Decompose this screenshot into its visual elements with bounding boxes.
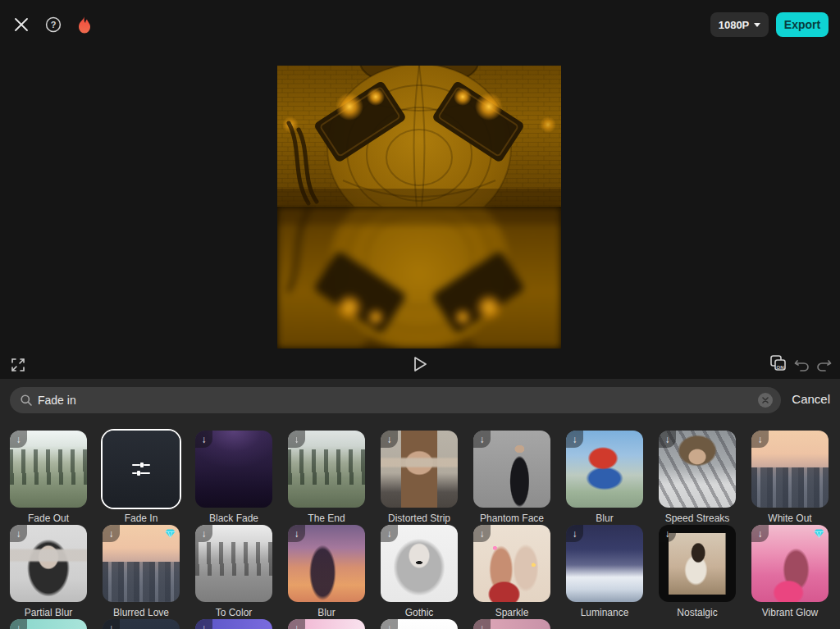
redo-icon xyxy=(816,358,833,372)
clear-search-button[interactable] xyxy=(758,393,773,408)
effect-card-the-end[interactable]: ↓ The End xyxy=(288,431,365,525)
effect-card-vibrant-glow[interactable]: ↓ Vibrant Glow xyxy=(751,525,829,619)
effect-thumbnail[interactable]: ↓ xyxy=(381,525,458,602)
effect-thumbnail[interactable]: ↓ xyxy=(10,525,87,602)
effect-thumbnail[interactable]: ↓ xyxy=(10,619,87,629)
effect-label: Fade In xyxy=(103,513,180,524)
effect-label: Sparkle xyxy=(473,607,550,618)
search-input[interactable] xyxy=(33,394,758,407)
effect-card-blur[interactable]: ↓ Blur xyxy=(288,525,365,619)
effect-label: Black Fade xyxy=(195,513,272,524)
effect-thumbnail[interactable]: ↓ xyxy=(103,525,180,602)
undo-button[interactable] xyxy=(791,354,812,376)
effect-thumbnail[interactable]: ↓ xyxy=(195,619,272,629)
cancel-search-button[interactable]: Cancel xyxy=(792,392,830,406)
clear-icon xyxy=(761,396,769,404)
effect-card-r3-4[interactable]: ↓ xyxy=(288,619,365,629)
effect-card-to-color[interactable]: ↓ To Color xyxy=(195,525,272,619)
effect-card-nostalgic[interactable]: ↓ Nostalgic xyxy=(659,525,736,619)
search-box[interactable] xyxy=(10,387,781,413)
video-preview xyxy=(277,66,561,349)
export-button[interactable]: Export xyxy=(776,12,829,37)
effect-thumbnail[interactable]: ↓ xyxy=(288,619,365,629)
close-icon xyxy=(14,17,29,32)
video-editor-app: ? 1080P Export xyxy=(0,0,840,629)
effect-card-fade-out[interactable]: ↓ Fade Out xyxy=(10,431,87,525)
effect-card-partial-blur[interactable]: ↓ Partial Blur xyxy=(10,525,87,619)
search-icon xyxy=(20,394,33,407)
effect-card-r3-3[interactable]: ↓ xyxy=(195,619,272,629)
download-icon: ↓ xyxy=(751,525,769,542)
effect-label: Blurred Love xyxy=(103,607,180,618)
effect-thumbnail[interactable]: ↓ xyxy=(381,619,458,629)
download-icon: ↓ xyxy=(288,619,305,629)
effect-thumbnail[interactable]: ↓ xyxy=(473,525,550,602)
effect-thumbnail[interactable]: ↓ xyxy=(195,525,272,602)
effect-thumbnail[interactable]: ↓ xyxy=(381,431,458,508)
download-icon: ↓ xyxy=(10,619,27,629)
effect-thumbnail[interactable]: ↓ xyxy=(566,525,643,602)
effect-card-black-fade[interactable]: ↓ Black Fade xyxy=(195,431,272,525)
preview-frame-mirrored xyxy=(277,207,561,349)
resolution-dropdown[interactable]: 1080P xyxy=(710,12,769,37)
chevron-down-icon xyxy=(754,23,760,27)
resolution-label: 1080P xyxy=(719,19,750,31)
play-button[interactable] xyxy=(409,353,431,375)
undo-icon xyxy=(793,358,810,372)
promo-button[interactable] xyxy=(75,16,94,34)
compare-toggle-button[interactable]: ON xyxy=(768,353,789,374)
download-icon: ↓ xyxy=(288,525,305,542)
effect-label: Nostalgic xyxy=(659,607,736,618)
effect-thumbnail[interactable]: ↓ xyxy=(473,619,550,629)
effect-card-r3-1[interactable]: ↓ xyxy=(10,619,87,629)
download-icon: ↓ xyxy=(381,525,398,542)
effect-card-blurred-love[interactable]: ↓ Blurred Love xyxy=(103,525,180,619)
effect-thumbnail[interactable] xyxy=(103,431,180,508)
effect-card-luminance[interactable]: ↓ Luminance xyxy=(566,525,643,619)
effect-card-phantom-face[interactable]: ↓ Phantom Face xyxy=(473,431,550,525)
effect-thumbnail[interactable]: ↓ xyxy=(751,431,829,508)
effect-thumbnail[interactable]: ↓ xyxy=(103,619,180,629)
redo-button[interactable] xyxy=(814,354,835,376)
effect-thumbnail[interactable]: ↓ xyxy=(288,525,365,602)
play-icon xyxy=(412,355,428,373)
effect-thumbnail[interactable]: ↓ xyxy=(751,525,829,602)
help-button[interactable]: ? xyxy=(44,16,62,34)
effect-thumbnail[interactable]: ↓ xyxy=(288,431,365,508)
fullscreen-button[interactable] xyxy=(7,354,29,376)
effect-card-speed-streaks[interactable]: ↓ Speed Streaks xyxy=(659,431,736,525)
download-icon: ↓ xyxy=(566,525,583,542)
download-icon: ↓ xyxy=(751,431,769,448)
effect-card-white-out[interactable]: ↓ White Out xyxy=(751,431,829,525)
question-icon: ? xyxy=(45,16,62,33)
effect-card-fade-in[interactable]: Fade In xyxy=(103,431,180,525)
transport-bar: ON xyxy=(0,353,840,376)
download-icon: ↓ xyxy=(659,431,676,448)
svg-text:ON: ON xyxy=(777,365,784,370)
effect-thumbnail[interactable]: ↓ xyxy=(659,431,736,508)
effect-thumbnail[interactable]: ↓ xyxy=(195,431,272,508)
effect-label: Blur xyxy=(288,607,365,618)
download-icon: ↓ xyxy=(103,525,120,542)
effect-card-r3-5[interactable]: ↓ xyxy=(381,619,458,629)
effect-thumbnail[interactable]: ↓ xyxy=(659,525,736,602)
effect-card-sparkle[interactable]: ↓ Sparkle xyxy=(473,525,550,619)
effect-thumbnail[interactable]: ↓ xyxy=(473,431,550,508)
compare-icon: ON xyxy=(768,353,789,374)
effect-card-gothic[interactable]: ↓ Gothic xyxy=(381,525,458,619)
pro-diamond-icon xyxy=(814,529,824,538)
download-icon: ↓ xyxy=(195,525,212,542)
effect-card-r3-2[interactable]: ↓ xyxy=(103,619,180,629)
effect-thumbnail[interactable]: ↓ xyxy=(10,431,87,508)
effect-thumbnail[interactable]: ↓ xyxy=(566,431,643,508)
preview-frame-sharp xyxy=(277,66,561,207)
effect-label: To Color xyxy=(195,607,272,618)
search-row: Cancel xyxy=(10,387,830,413)
close-button[interactable] xyxy=(12,16,30,34)
effect-card-r3-6[interactable]: ↓ xyxy=(473,619,550,629)
effect-card-distorted-strip[interactable]: ↓ Distorted Strip xyxy=(381,431,458,525)
download-icon: ↓ xyxy=(103,619,120,629)
effect-card-blur[interactable]: ↓ Blur xyxy=(566,431,643,525)
download-icon: ↓ xyxy=(195,431,212,448)
effect-label: Speed Streaks xyxy=(659,513,736,524)
